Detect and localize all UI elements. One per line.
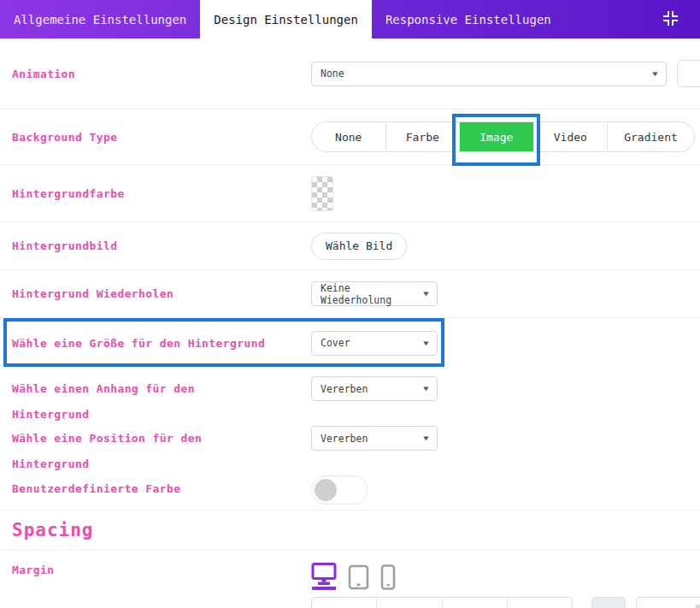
spacing-heading-text: Spacing xyxy=(12,520,94,540)
tab-design-einstellungen[interactable]: Design Einstellungen xyxy=(200,0,372,38)
settings-panel: Allgemeine Einstellungen Design Einstell… xyxy=(0,0,700,608)
margin-values-row xyxy=(311,597,700,608)
background-attachment-label-line2: Hintergrund xyxy=(12,402,311,428)
background-repeat-value: Keine Wiederholung xyxy=(321,282,424,306)
margin-input-bottom[interactable] xyxy=(442,598,507,608)
input-adornment xyxy=(696,605,700,608)
toggle-knob xyxy=(315,479,337,501)
margin-input-right[interactable] xyxy=(376,598,441,608)
caret-down-icon: ▼ xyxy=(423,434,428,442)
background-attachment-row: Wähle einen Anhang für den Hintergrund V… xyxy=(0,368,700,417)
background-attachment-value: Vererben xyxy=(321,383,368,395)
margin-extra-input[interactable] xyxy=(636,597,700,608)
background-repeat-label: Hintergrund Wiederholen xyxy=(12,285,311,303)
background-attachment-select[interactable]: Vererben ▼ xyxy=(311,376,438,401)
background-position-label: Wähle eine Position für den Hintergrund xyxy=(12,426,311,477)
desktop-icon[interactable] xyxy=(311,563,337,590)
animation-select[interactable]: None ▼ xyxy=(311,62,667,86)
choose-image-button[interactable]: Wähle Bild xyxy=(311,233,407,260)
background-position-value: Vererben xyxy=(321,433,368,445)
margin-row: Margin xyxy=(0,551,700,608)
bgtype-option-none[interactable]: None xyxy=(312,122,385,151)
background-position-label-line1: Wähle eine Position für den xyxy=(12,426,311,452)
bgtype-option-gradient[interactable]: Gradient xyxy=(607,122,694,151)
color-swatch[interactable] xyxy=(311,176,333,211)
custom-color-label: Benutzerdefinierte Farbe xyxy=(12,475,311,503)
animation-label: Animation xyxy=(12,65,311,83)
margin-inputs-group xyxy=(311,597,573,608)
background-type-row: Background Type None Farbe Image Video G… xyxy=(0,109,700,165)
background-repeat-row: Hintergrund Wiederholen Keine Wiederholu… xyxy=(0,270,700,318)
caret-down-icon: ▼ xyxy=(423,290,428,298)
mobile-icon[interactable] xyxy=(380,564,396,590)
custom-color-toggle[interactable] xyxy=(311,475,368,505)
animation-row: Animation None ▼ xyxy=(0,38,700,109)
tablet-icon[interactable] xyxy=(348,564,369,590)
background-repeat-select[interactable]: Keine Wiederholung ▼ xyxy=(311,281,438,306)
background-attachment-label-line1: Wähle einen Anhang für den xyxy=(12,376,311,402)
background-position-label-line2: Hintergrund xyxy=(12,452,311,477)
background-size-select[interactable]: Cover ▼ xyxy=(311,331,438,356)
background-image-label: Hintergrundbild xyxy=(12,237,311,255)
bgtype-option-image[interactable]: Image xyxy=(459,122,533,151)
margin-input-left[interactable] xyxy=(507,598,572,608)
caret-down-icon: ▼ xyxy=(652,70,657,78)
background-size-row: Wähle eine Größe für den Hintergrund Cov… xyxy=(0,318,700,368)
caret-down-icon: ▼ xyxy=(423,339,428,347)
device-switcher xyxy=(311,561,700,590)
settings-tabbar: Allgemeine Einstellungen Design Einstell… xyxy=(0,0,700,38)
bgtype-option-video[interactable]: Video xyxy=(533,122,608,151)
background-color-row: Hintergrundfarbe xyxy=(0,165,700,222)
background-type-label: Background Type xyxy=(12,128,311,146)
spacing-section-heading: Spacing xyxy=(0,510,700,551)
background-attachment-label: Wähle einen Anhang für den Hintergrund xyxy=(12,376,311,428)
background-size-label: Wähle eine Größe für den Hintergrund xyxy=(12,334,311,352)
background-type-group: None Farbe Image Video Gradient xyxy=(311,121,695,152)
tab-allgemeine-einstellungen[interactable]: Allgemeine Einstellungen xyxy=(0,0,200,38)
active-device-underline xyxy=(312,587,336,590)
bgtype-option-farbe[interactable]: Farbe xyxy=(385,122,460,151)
background-color-label: Hintergrundfarbe xyxy=(12,185,311,203)
background-size-value: Cover xyxy=(321,337,350,349)
compress-icon[interactable] xyxy=(663,11,678,26)
tab-responsive-einstellungen[interactable]: Responsive Einstellugen xyxy=(372,0,565,38)
tabbar-filler xyxy=(565,0,700,38)
background-position-select[interactable]: Vererben ▼ xyxy=(311,426,438,451)
background-image-row: Hintergrundbild Wähle Bild xyxy=(0,222,700,270)
margin-label: Margin xyxy=(12,561,311,579)
link-values-button[interactable] xyxy=(591,597,626,608)
animation-select-value: None xyxy=(321,68,344,80)
margin-input-top[interactable] xyxy=(312,598,376,608)
caret-down-icon: ▼ xyxy=(423,385,428,393)
animation-duration-input[interactable] xyxy=(677,60,700,87)
